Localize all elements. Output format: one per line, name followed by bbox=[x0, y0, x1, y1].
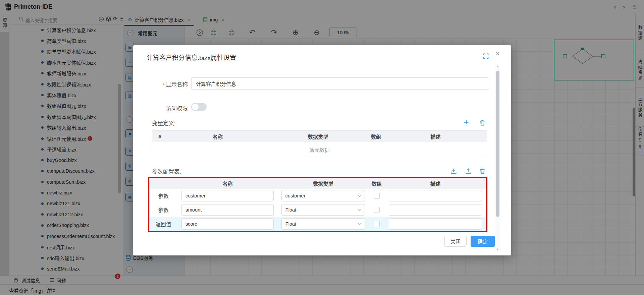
param-desc-input[interactable] bbox=[389, 218, 482, 230]
params-table-header: 名称 数据类型 数组 描述 bbox=[149, 178, 486, 189]
close-icon[interactable]: × bbox=[495, 49, 500, 58]
scroll-down-icon[interactable]: ▼ bbox=[495, 248, 500, 251]
param-array-checkbox[interactable] bbox=[374, 193, 380, 199]
delete-param-icon[interactable] bbox=[479, 167, 486, 175]
col-desc: 描述 bbox=[385, 180, 486, 187]
variables-section-label: 变量定义: bbox=[152, 119, 176, 127]
param-desc-input[interactable] bbox=[389, 204, 482, 216]
param-type-value: customer bbox=[285, 193, 306, 198]
param-kind: 返回值 bbox=[149, 220, 177, 228]
param-name-input[interactable] bbox=[181, 218, 274, 230]
delete-variable-icon[interactable] bbox=[479, 119, 486, 126]
col-desc: 描述 bbox=[384, 133, 487, 140]
param-kind: 参数 bbox=[149, 206, 177, 214]
confirm-button[interactable]: 确定 bbox=[471, 236, 495, 247]
dialog-title: 计算客户积分信息.bizx属性设置 bbox=[147, 53, 236, 62]
param-row[interactable]: 返回值 Float bbox=[149, 217, 486, 231]
access-permission-toggle[interactable] bbox=[191, 103, 207, 111]
variables-table-header: # 名称 数据类型 数组 描述 bbox=[152, 131, 487, 142]
param-type-value: Float bbox=[285, 221, 296, 227]
add-variable-icon[interactable]: + bbox=[463, 118, 470, 126]
variables-empty-state: 暂无数据 bbox=[152, 142, 487, 157]
dialog-scrollbar[interactable]: ▲ ▼ bbox=[495, 64, 500, 252]
param-name-input[interactable] bbox=[181, 204, 274, 216]
col-name: 名称 bbox=[167, 133, 268, 140]
col-array: 数组 bbox=[369, 180, 385, 187]
param-row[interactable]: 参数 customer bbox=[149, 189, 486, 203]
param-type-select[interactable]: Float bbox=[281, 218, 365, 230]
scroll-up-icon[interactable]: ▲ bbox=[495, 65, 500, 68]
param-type-select[interactable]: customer bbox=[281, 190, 365, 201]
param-row[interactable]: 参数 Float bbox=[149, 203, 486, 217]
scrollbar-thumb[interactable] bbox=[496, 71, 499, 217]
params-table-body: 参数 customer 参数 bbox=[149, 189, 486, 231]
param-kind: 参数 bbox=[149, 192, 177, 199]
param-type-select[interactable]: Float bbox=[281, 204, 365, 216]
chevron-down-icon bbox=[358, 209, 362, 211]
display-name-input[interactable] bbox=[191, 77, 489, 90]
param-type-value: Float bbox=[285, 207, 296, 213]
required-asterisk: * bbox=[163, 82, 165, 87]
param-name-input[interactable] bbox=[181, 190, 274, 201]
fullscreen-icon[interactable] bbox=[483, 53, 489, 59]
col-type: 数据类型 bbox=[278, 180, 369, 187]
col-array: 数组 bbox=[368, 133, 384, 140]
access-permission-label: 访问权限 bbox=[133, 104, 188, 112]
params-section-label: 参数配置表: bbox=[152, 167, 181, 175]
close-button[interactable]: 关闭 bbox=[444, 236, 467, 247]
col-index: # bbox=[152, 134, 167, 139]
params-table-highlighted: 名称 数据类型 数组 描述 参数 customer bbox=[148, 177, 487, 232]
toggle-knob bbox=[192, 104, 199, 110]
col-type: 数据类型 bbox=[268, 133, 368, 140]
display-name-label: *显示名称 bbox=[133, 80, 188, 88]
export-icon[interactable] bbox=[465, 167, 472, 175]
param-array-checkbox[interactable] bbox=[374, 207, 380, 213]
param-desc-input[interactable] bbox=[389, 190, 482, 201]
variables-table: # 名称 数据类型 数组 描述 暂无数据 bbox=[152, 130, 487, 157]
chevron-down-icon bbox=[358, 223, 362, 225]
import-icon[interactable] bbox=[450, 167, 457, 175]
param-array-checkbox[interactable] bbox=[374, 221, 380, 227]
chevron-down-icon bbox=[358, 194, 362, 197]
col-name: 名称 bbox=[177, 180, 278, 187]
properties-dialog: 计算客户积分信息.bizx属性设置 × *显示名称 访问权限 变量定义: + #… bbox=[133, 45, 511, 255]
